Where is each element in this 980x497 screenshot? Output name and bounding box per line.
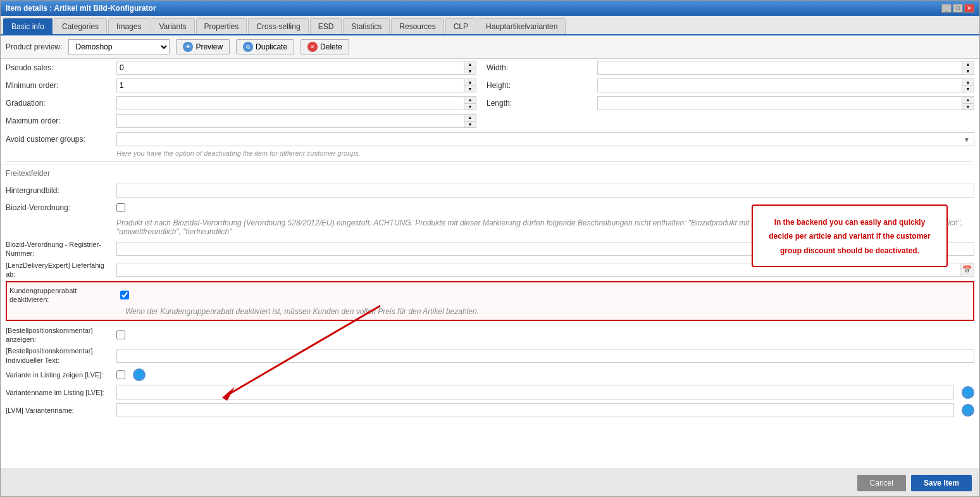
- save-button[interactable]: Save Item: [911, 475, 972, 491]
- height-down[interactable]: ▼: [962, 86, 974, 92]
- bestellpositionskommentar-anzeigen-checkbox[interactable]: [116, 330, 125, 339]
- hintergrundbild-label: Hintergrundbild:: [6, 186, 116, 195]
- graduation-input-wrap: ▲ ▼: [116, 96, 476, 110]
- content-area: In the backend you can easily and quickl…: [1, 59, 979, 469]
- minimum-order-left: Minimum order: ▲ ▼: [1, 77, 481, 94]
- delete-label: Delete: [320, 42, 342, 51]
- lvm-variantenname-input[interactable]: [116, 403, 954, 417]
- close-button[interactable]: ✕: [964, 4, 974, 13]
- maximum-order-down[interactable]: ▼: [464, 122, 476, 128]
- content-wrapper: In the backend you can easily and quickl…: [1, 59, 979, 432]
- pseudo-sales-up[interactable]: ▲: [464, 61, 476, 68]
- graduation-up[interactable]: ▲: [464, 97, 476, 104]
- minimum-order-up[interactable]: ▲: [464, 79, 476, 86]
- biozid-checkbox[interactable]: [116, 203, 125, 212]
- lvm-variantenname-input-wrap: 🌐: [116, 403, 974, 417]
- cancel-button[interactable]: Cancel: [857, 475, 906, 491]
- pseudo-sales-input[interactable]: [116, 61, 464, 75]
- tab-cross-selling[interactable]: Cross-selling: [248, 18, 308, 34]
- tab-resources[interactable]: Resources: [391, 18, 443, 34]
- kundengruppenrabatt-checkbox-wrap: [120, 291, 971, 299]
- height-input[interactable]: [597, 79, 962, 92]
- width-right: Width: ▲ ▼: [481, 60, 979, 76]
- pseudo-sales-down[interactable]: ▼: [464, 68, 476, 75]
- tab-properties[interactable]: Properties: [196, 18, 247, 34]
- width-down[interactable]: ▼: [962, 68, 974, 75]
- kundengruppenrabatt-hint: Wenn der Kundengruppenrabatt deaktiviert…: [9, 306, 971, 317]
- tab-variants[interactable]: Variants: [151, 18, 194, 34]
- freitextfelder-title: Freitextfelder: [6, 169, 50, 178]
- height-right: Height: ▲ ▼: [481, 77, 979, 94]
- tab-statistics[interactable]: Statistics: [343, 18, 390, 34]
- lvm-variantenname-globe[interactable]: 🌐: [962, 404, 974, 417]
- length-input[interactable]: [597, 96, 962, 110]
- bestellpositionskommentar-text-label: [Bestellpositionskommentar] Individuelle…: [6, 346, 116, 365]
- duplicate-icon: ⧉: [243, 42, 253, 52]
- avoid-customer-groups-label: Avoid customer groups:: [6, 135, 116, 144]
- minimum-order-input[interactable]: [116, 79, 464, 92]
- graduation-input[interactable]: [116, 96, 464, 110]
- window-title: Item details : Artikel mit Bild-Konfigur…: [6, 4, 156, 13]
- width-input[interactable]: [597, 61, 962, 75]
- maximum-order-label: Maximum order:: [6, 116, 116, 125]
- variante-listing-checkbox[interactable]: [116, 370, 125, 379]
- calendar-button[interactable]: 📅: [960, 263, 974, 277]
- maximize-button[interactable]: □: [953, 4, 963, 13]
- variantenname-listing-input[interactable]: [116, 386, 954, 399]
- variantenname-listing-input-wrap: 🌐: [116, 386, 974, 399]
- avoid-customer-groups-row: Avoid customer groups: ▼: [1, 130, 979, 149]
- lvm-variantenname-row: [LVM] Variantenname: 🌐: [1, 401, 979, 419]
- biozid-reg-label: Biozid-Verordnung - Registrier-Nummer:: [6, 240, 116, 258]
- hintergrundbild-input-wrap: [116, 184, 974, 198]
- preview-icon: 👁: [183, 42, 193, 52]
- maximum-order-up[interactable]: ▲: [464, 115, 476, 122]
- bestellpositionskommentar-text-input[interactable]: [116, 349, 974, 363]
- height-input-wrap: ▲ ▼: [597, 79, 974, 92]
- delete-icon: ✕: [307, 42, 318, 52]
- toolbar: Product preview: Demoshop 👁 Preview ⧉ Du…: [1, 35, 979, 59]
- minimum-order-spinner: ▲ ▼: [464, 79, 476, 92]
- hintergrundbild-input[interactable]: [116, 184, 974, 198]
- graduation-down[interactable]: ▼: [464, 104, 476, 110]
- kundengruppenrabatt-checkbox[interactable]: [120, 291, 129, 299]
- length-down[interactable]: ▼: [962, 104, 974, 110]
- pseudo-sales-input-wrap: ▲ ▼: [116, 61, 476, 75]
- biozid-label: Biozid-Verordnung:: [6, 203, 116, 212]
- tab-categories[interactable]: Categories: [54, 18, 107, 34]
- tab-clp[interactable]: CLP: [445, 18, 476, 34]
- minimize-button[interactable]: _: [941, 4, 952, 13]
- globe-icon-1: 🌐: [135, 370, 144, 379]
- graduation-label: Graduation:: [6, 99, 116, 108]
- globe-icon-3: 🌐: [964, 406, 972, 414]
- lenz-delivery-label: [LenzDeliveryExpert] Lieferfähig ab:: [6, 261, 116, 279]
- minimum-order-down[interactable]: ▼: [464, 86, 476, 92]
- graduation-row: Graduation: ▲ ▼ Length: ▲: [1, 94, 979, 112]
- width-up[interactable]: ▲: [962, 61, 974, 68]
- height-spinner: ▲ ▼: [962, 79, 974, 92]
- delete-button[interactable]: ✕ Delete: [301, 39, 349, 54]
- avoid-customer-groups-dropdown[interactable]: ▼: [116, 132, 974, 146]
- height-up[interactable]: ▲: [962, 79, 974, 86]
- preview-button[interactable]: 👁 Preview: [176, 39, 230, 54]
- duplicate-button[interactable]: ⧉ Duplicate: [236, 39, 294, 54]
- variante-listing-globe[interactable]: 🌐: [133, 368, 146, 381]
- minimum-order-row: Minimum order: ▲ ▼ Height: ▲: [1, 77, 979, 94]
- length-up[interactable]: ▲: [962, 97, 974, 104]
- demoshop-select[interactable]: Demoshop: [68, 39, 170, 54]
- tab-basic-info[interactable]: Basic info: [3, 18, 53, 34]
- variantenname-listing-label: Variantenname im Listing [LVE]:: [6, 388, 116, 397]
- length-label: Length:: [487, 99, 597, 108]
- height-label: Height:: [487, 81, 597, 90]
- tab-images[interactable]: Images: [108, 18, 149, 34]
- main-window: Item details : Artikel mit Bild-Konfigur…: [0, 0, 980, 497]
- placeholder-right: [481, 120, 979, 122]
- graduation-spinner: ▲ ▼: [464, 96, 476, 110]
- maximum-order-input[interactable]: [116, 114, 464, 128]
- callout-box: In the backend you can easily and quickl…: [752, 204, 948, 267]
- tab-esd[interactable]: ESD: [310, 18, 342, 34]
- callout-text: In the backend you can easily and quickl…: [769, 218, 930, 255]
- tab-hauptartikelvarianten[interactable]: Hauptartikelvarianten: [478, 18, 566, 34]
- bottom-spacer: [1, 419, 979, 432]
- variantenname-listing-globe[interactable]: 🌐: [962, 386, 974, 399]
- pseudo-sales-left: Pseudo sales: ▲ ▼: [1, 60, 481, 76]
